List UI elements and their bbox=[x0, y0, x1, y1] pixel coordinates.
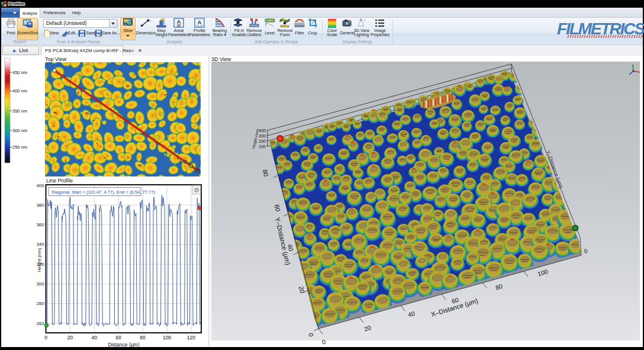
svg-text:60: 60 bbox=[115, 335, 121, 341]
svg-text:260: 260 bbox=[37, 321, 44, 326]
svg-text:100: 100 bbox=[163, 335, 171, 341]
svg-text:400 nm: 400 nm bbox=[12, 88, 27, 94]
svg-text:280: 280 bbox=[37, 301, 44, 306]
svg-text:Distance (µm): Distance (µm) bbox=[108, 342, 139, 348]
svg-text:400: 400 bbox=[259, 129, 266, 133]
svg-text:0: 0 bbox=[44, 335, 47, 341]
svg-text:60: 60 bbox=[273, 204, 282, 212]
svg-text:3D: 3D bbox=[177, 24, 181, 27]
svg-text:80: 80 bbox=[140, 335, 146, 341]
svg-text:⚙: ⚙ bbox=[194, 187, 199, 194]
svg-text:200: 200 bbox=[259, 139, 266, 143]
svg-text:400: 400 bbox=[37, 183, 44, 188]
svg-text:300: 300 bbox=[37, 281, 44, 287]
svg-text:20: 20 bbox=[67, 335, 73, 341]
svg-text:20: 20 bbox=[298, 285, 306, 294]
svg-text:0: 0 bbox=[583, 248, 588, 255]
svg-text:100: 100 bbox=[259, 145, 266, 149]
svg-text:20: 20 bbox=[363, 324, 372, 333]
svg-text:300: 300 bbox=[259, 134, 266, 138]
svg-text:40: 40 bbox=[407, 310, 416, 319]
svg-text:40: 40 bbox=[92, 335, 98, 341]
svg-text:80: 80 bbox=[262, 169, 270, 177]
svg-text:380: 380 bbox=[37, 203, 44, 208]
svg-text:250 nm: 250 nm bbox=[12, 145, 27, 150]
svg-text:Y–Distance (µm): Y–Distance (µm) bbox=[274, 217, 292, 266]
svg-text:300 nm: 300 nm bbox=[12, 128, 27, 133]
svg-text:350 nm: 350 nm bbox=[12, 108, 27, 114]
svg-text:Height (nm): Height (nm) bbox=[37, 248, 42, 272]
svg-text:120: 120 bbox=[187, 335, 195, 341]
svg-text:80: 80 bbox=[494, 282, 503, 291]
svg-text:0: 0 bbox=[307, 332, 315, 338]
svg-text:360: 360 bbox=[37, 222, 44, 227]
svg-text:Diagonal, Start = (110.47, 4.7: Diagonal, Start = (110.47, 4.77), End = … bbox=[51, 190, 156, 195]
svg-text:A: A bbox=[198, 20, 202, 25]
svg-text:0: 0 bbox=[321, 338, 326, 346]
svg-text:450 nm: 450 nm bbox=[12, 70, 27, 75]
svg-text:100: 100 bbox=[537, 268, 549, 278]
svg-text:340: 340 bbox=[37, 242, 44, 247]
